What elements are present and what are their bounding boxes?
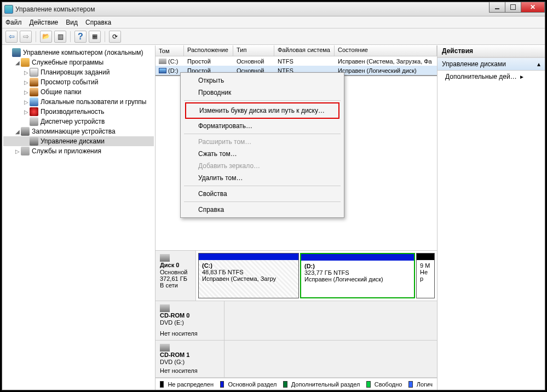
users-icon — [30, 97, 38, 106]
volume-row-c[interactable]: (C:) Простой Основной NTFS Исправен (Сис… — [156, 56, 437, 66]
perf-icon — [30, 107, 38, 116]
tree-storage[interactable]: ◢Запоминающие устройства — [3, 126, 154, 136]
ctx-properties[interactable]: Свойства — [182, 188, 343, 200]
col-volume[interactable]: Том — [156, 45, 184, 56]
cdrom-icon — [160, 304, 170, 312]
ctx-explorer[interactable]: Проводник — [182, 87, 343, 99]
context-menu: Открыть Проводник Изменить букву диска и… — [180, 72, 344, 218]
layout-button[interactable] — [89, 31, 101, 43]
legend-primary: Основной раздел — [228, 381, 277, 388]
collapse-icon[interactable]: ▴ — [537, 60, 540, 68]
storage-icon — [21, 127, 30, 136]
event-icon — [30, 78, 38, 87]
menu-view[interactable]: Вид — [66, 19, 78, 26]
close-button[interactable] — [521, 2, 545, 13]
forward-button[interactable] — [20, 31, 32, 43]
ctx-add-mirror: Добавить зеркало… — [182, 160, 343, 172]
col-fs[interactable]: Файловая система — [274, 45, 335, 56]
computer-icon — [12, 48, 21, 57]
volume-icon — [159, 59, 166, 64]
legend-unallocated: Не распределен — [168, 381, 214, 388]
actions-pane: Действия Управление дисками▴ Дополнитель… — [437, 45, 545, 390]
legend: Не распределен Основной раздел Дополните… — [156, 378, 437, 390]
tree-pane[interactable]: Управление компьютером (локальным) ◢Служ… — [2, 45, 156, 390]
show-hide-tree-button[interactable] — [54, 31, 66, 43]
disk-row-0: Диск 0 Основной 372,61 ГБ В сети (C:) 48… — [156, 251, 437, 301]
tree-device-manager[interactable]: Диспетчер устройств — [3, 117, 154, 126]
col-layout[interactable]: Расположение — [184, 45, 233, 56]
tree-local-users[interactable]: ▷Локальные пользователи и группы — [3, 97, 154, 107]
tree-services-apps[interactable]: ▷Службы и приложения — [3, 146, 154, 156]
disk-row-cd0: CD-ROM 0 DVD (E:) Нет носителя — [156, 301, 437, 341]
col-type[interactable]: Тип — [233, 45, 274, 56]
partition-d[interactable]: (D:) 323,77 ГБ NTFS Исправен (Логический… — [300, 253, 415, 298]
tree-root[interactable]: Управление компьютером (локальным) — [3, 48, 154, 57]
disk-row-cd1: CD-ROM 1 DVD (G:) Нет носителя — [156, 341, 437, 378]
ctx-help[interactable]: Справка — [182, 204, 343, 216]
partition-c[interactable]: (C:) 48,83 ГБ NTFS Исправен (Система, За… — [198, 253, 299, 298]
cd0-label[interactable]: CD-ROM 0 DVD (E:) Нет носителя — [156, 301, 224, 340]
app-icon — [4, 5, 13, 14]
actions-header: Действия — [437, 45, 545, 57]
up-button[interactable] — [40, 31, 52, 43]
tree-performance[interactable]: ▷Производительность — [3, 107, 154, 117]
ctx-change-drive-letter[interactable]: Изменить букву диска или путь к диску… — [186, 103, 338, 118]
refresh-button[interactable] — [109, 31, 121, 43]
window-title: Управление компьютером — [15, 5, 95, 13]
back-button[interactable] — [5, 31, 18, 43]
minimize-button[interactable] — [489, 2, 505, 13]
cd1-label[interactable]: CD-ROM 1 DVD (G:) Нет носителя — [156, 341, 224, 377]
volume-header[interactable]: Том Расположение Тип Файловая система Со… — [156, 45, 437, 56]
disk-icon — [30, 137, 38, 146]
tree-event-viewer[interactable]: ▷Просмотр событий — [3, 77, 154, 87]
tree-task-scheduler[interactable]: ▷Планировщик заданий — [3, 67, 154, 77]
titlebar: Управление компьютером — [2, 2, 545, 16]
ctx-delete-volume[interactable]: Удалить том… — [182, 172, 343, 184]
menu-action[interactable]: Действие — [30, 19, 59, 26]
legend-extended: Дополнительный раздел — [291, 381, 360, 388]
tree-shared-folders[interactable]: ▷Общие папки — [3, 87, 154, 97]
legend-free: Свободно — [375, 381, 402, 388]
tree-disk-management[interactable]: Управление дисками — [3, 136, 154, 146]
volume-list[interactable]: Том Расположение Тип Файловая система Со… — [156, 45, 437, 76]
cdrom-icon — [160, 344, 170, 351]
legend-logical: Логич — [417, 381, 433, 388]
ctx-shrink[interactable]: Сжать том… — [182, 148, 343, 160]
device-icon — [30, 117, 38, 126]
partition-icon — [159, 68, 166, 73]
share-icon — [30, 88, 38, 96]
menubar: Файл Действие Вид Справка — [2, 16, 545, 28]
main-window: Управление компьютером Файл Действие Вид… — [2, 2, 545, 390]
tree-system-tools[interactable]: ◢Служебные программы — [3, 57, 154, 67]
disk-diagram: Диск 0 Основной 372,61 ГБ В сети (C:) 48… — [156, 250, 437, 390]
menu-help[interactable]: Справка — [85, 19, 111, 26]
help-button[interactable] — [74, 31, 87, 43]
actions-more[interactable]: Дополнительные дей… ▸ — [437, 71, 545, 83]
scheduler-icon — [30, 68, 38, 77]
disk0-label[interactable]: Диск 0 Основной 372,61 ГБ В сети — [156, 251, 196, 301]
hdd-icon — [160, 254, 170, 262]
toolbar — [2, 28, 545, 45]
ctx-extend: Расширить том… — [182, 136, 343, 148]
actions-section-disks[interactable]: Управление дисками▴ — [437, 57, 545, 71]
maximize-button[interactable] — [505, 2, 521, 13]
menu-file[interactable]: Файл — [5, 19, 22, 26]
tools-icon — [21, 58, 30, 67]
col-status[interactable]: Состояние — [335, 45, 437, 56]
ctx-format[interactable]: Форматировать… — [182, 120, 343, 132]
partition-unallocated[interactable]: 9 M Не р — [416, 253, 435, 298]
services-icon — [21, 147, 30, 155]
ctx-open[interactable]: Открыть — [182, 74, 343, 87]
